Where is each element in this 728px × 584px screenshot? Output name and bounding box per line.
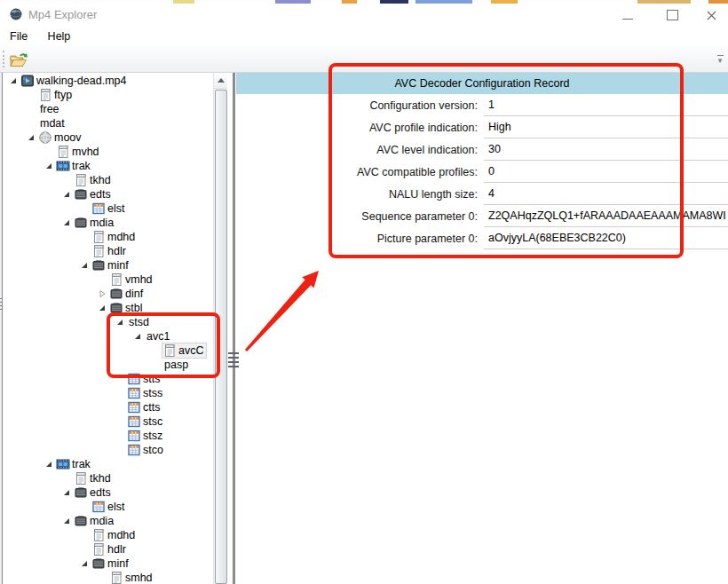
tree-item-content[interactable]: elst — [91, 201, 127, 216]
tree-item-content[interactable]: minf — [91, 556, 131, 571]
tree-item-content[interactable]: trak — [56, 159, 93, 173]
field-value-input[interactable]: 0 — [484, 162, 728, 183]
tree-item-content[interactable]: stss — [127, 386, 165, 400]
tree-item-content[interactable]: stbl — [109, 301, 145, 315]
field-value-input[interactable]: aOvjyyLA(68EBE3CB22C0) — [484, 228, 728, 249]
tree-item-content[interactable]: dinf — [109, 287, 146, 301]
tree-scrollbar[interactable] — [213, 73, 228, 584]
tree-item-mdhd[interactable]: mdhd — [3, 528, 214, 542]
tree-item-content[interactable]: trak — [56, 457, 93, 471]
tree-item-content[interactable]: avcC — [162, 343, 206, 358]
field-value-input[interactable]: 1 — [484, 95, 728, 116]
expander-expanded-icon[interactable] — [61, 189, 74, 200]
expander-expanded-icon[interactable] — [79, 260, 91, 271]
tree-item-content[interactable]: mdat — [38, 116, 67, 130]
expander-expanded-icon[interactable] — [26, 132, 38, 143]
tree-item-content[interactable]: mdia — [74, 216, 116, 230]
tree-item-stts[interactable]: stts — [3, 372, 214, 386]
tree-item-trak[interactable]: trak — [3, 159, 214, 173]
expander-expanded-icon[interactable] — [8, 75, 20, 86]
tree-item-content[interactable]: minf — [91, 258, 131, 272]
tree-item-pasp[interactable]: pasp — [3, 358, 214, 372]
tree-item-stss[interactable]: stss — [3, 386, 214, 400]
tree-item-free[interactable]: free — [3, 102, 214, 116]
tree-item-content[interactable]: moov — [38, 130, 84, 145]
expander-expanded-icon[interactable] — [79, 558, 91, 569]
tree-item-content[interactable]: smhd — [109, 571, 155, 584]
expander-expanded-icon[interactable] — [61, 217, 74, 228]
splitter-grip[interactable] — [228, 352, 239, 370]
field-value-input[interactable]: 30 — [484, 139, 728, 161]
tree-item-walking-dead.mp4[interactable]: walking-dead.mp4 — [3, 74, 214, 88]
tree-item-content[interactable]: hdlr — [91, 244, 129, 258]
tree-item-content[interactable]: avc1 — [145, 329, 172, 343]
field-value-input[interactable]: Z2QAHqzZQLQ1+fARAAADAAEAAAMAMA8WI — [484, 206, 728, 227]
field-value-input[interactable]: High — [484, 117, 728, 138]
tree-item-stco[interactable]: stco — [3, 443, 214, 457]
open-file-button[interactable] — [7, 49, 30, 70]
tree-item-content[interactable]: free — [38, 102, 62, 116]
tree-item-content[interactable]: mdhd — [91, 230, 138, 244]
tree-item-mdia[interactable]: mdia — [3, 216, 214, 230]
tree-item-content[interactable]: stsd — [127, 315, 152, 329]
tree-item-content[interactable]: ctts — [127, 400, 162, 414]
tree-item-mdia[interactable]: mdia — [3, 514, 214, 528]
expander-collapsed-icon[interactable] — [97, 288, 109, 299]
maximize-button[interactable] — [655, 4, 689, 27]
tree-item-content[interactable]: mvhd — [56, 145, 102, 159]
expander-expanded-icon[interactable] — [115, 317, 127, 328]
tree-item-dinf[interactable]: dinf — [3, 287, 214, 301]
expander-expanded-icon[interactable] — [97, 303, 109, 313]
expander-expanded-icon[interactable] — [61, 516, 74, 526]
toolbar-overflow-button[interactable]: ▾ — [714, 53, 726, 67]
tree-item-avcC[interactable]: avcC — [3, 343, 214, 358]
tree-item-stbl[interactable]: stbl — [3, 301, 214, 315]
close-button[interactable] — [694, 4, 728, 27]
tree-item-avc1[interactable]: avc1 — [3, 329, 214, 343]
tree-item-mvhd[interactable]: mvhd — [3, 145, 214, 159]
tree-item-content[interactable]: mdia — [74, 514, 116, 528]
tree-item-edts[interactable]: edts — [3, 187, 214, 201]
tree-item-content[interactable]: stsz — [127, 429, 165, 443]
tree-item-content[interactable]: edts — [74, 485, 114, 500]
tree-item-content[interactable]: stco — [127, 443, 166, 457]
minimize-button[interactable] — [611, 4, 645, 27]
tree-item-mdat[interactable]: mdat — [3, 116, 214, 130]
field-value-input[interactable]: 4 — [484, 184, 728, 205]
tree-item-hdlr[interactable]: hdlr — [3, 542, 214, 556]
expander-expanded-icon[interactable] — [61, 487, 74, 498]
scrollbar-up-button[interactable] — [214, 73, 228, 89]
tree-item-tkhd[interactable]: tkhd — [3, 471, 214, 485]
tree-item-elst[interactable]: elst — [3, 500, 214, 514]
toolbar-grip[interactable] — [3, 51, 4, 67]
tree-item-content[interactable]: ftyp — [38, 88, 75, 102]
tree-item-content[interactable]: hdlr — [91, 542, 129, 556]
tree-item-content[interactable]: mdhd — [91, 528, 138, 542]
tree-item-content[interactable]: tkhd — [74, 173, 114, 187]
tree-item-content[interactable]: vmhd — [109, 272, 155, 287]
tree-item-minf[interactable]: minf — [3, 258, 214, 272]
tree-item-elst[interactable]: elst — [3, 201, 214, 216]
tree-item-tkhd[interactable]: tkhd — [3, 173, 214, 187]
tree-item-content[interactable]: edts — [74, 187, 114, 201]
tree-item-vmhd[interactable]: vmhd — [3, 272, 214, 287]
expander-expanded-icon[interactable] — [44, 459, 56, 470]
tree-item-stsz[interactable]: stsz — [3, 429, 214, 443]
tree-item-hdlr[interactable]: hdlr — [3, 244, 214, 258]
tree-item-ftyp[interactable]: ftyp — [3, 88, 214, 102]
expander-expanded-icon[interactable] — [132, 331, 145, 342]
menu-item-help[interactable]: Help — [40, 27, 79, 46]
tree-item-content[interactable]: walking-dead.mp4 — [20, 74, 129, 88]
tree-item-stsc[interactable]: stsc — [3, 414, 214, 429]
tree-item-content[interactable]: stsc — [127, 414, 165, 429]
tree-item-edts[interactable]: edts — [3, 485, 214, 500]
tree-item-stsd[interactable]: stsd — [3, 315, 214, 329]
tree-item-moov[interactable]: moov — [3, 130, 214, 145]
tree-item-smhd[interactable]: smhd — [3, 571, 214, 584]
tree-item-mdhd[interactable]: mdhd — [3, 230, 214, 244]
tree-item-content[interactable]: tkhd — [74, 471, 114, 485]
scrollbar-thumb[interactable] — [215, 90, 227, 584]
expander-expanded-icon[interactable] — [44, 161, 56, 171]
menu-item-file[interactable]: File — [2, 27, 36, 46]
tree-item-content[interactable]: pasp — [162, 358, 191, 372]
